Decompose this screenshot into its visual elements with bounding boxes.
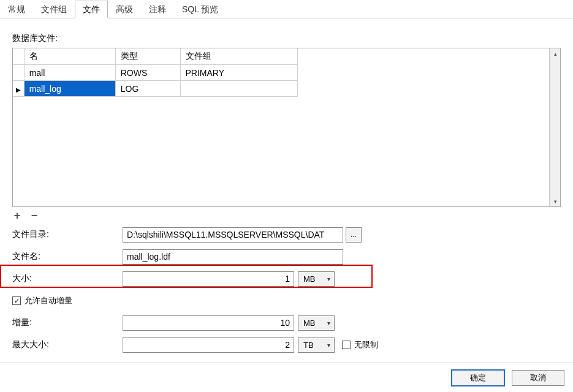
- unlimited-label: 无限制: [354, 339, 378, 350]
- remove-file-button[interactable]: −: [29, 211, 39, 221]
- growth-unit-select[interactable]: MB ▾: [298, 315, 335, 331]
- allow-autogrow-label: 允许自动增量: [25, 295, 72, 306]
- unlimited-checkbox[interactable]: [342, 341, 351, 349]
- maxsize-input[interactable]: [123, 337, 294, 353]
- row-indicator: [13, 65, 24, 81]
- chevron-down-icon: ▾: [327, 276, 330, 282]
- chevron-down-icon: ▾: [327, 320, 330, 326]
- maxsize-label: 最大大小:: [12, 339, 123, 350]
- cell-type[interactable]: LOG: [115, 81, 180, 97]
- tab-advanced[interactable]: 高级: [108, 1, 141, 18]
- allow-autogrow-checkbox[interactable]: ✓: [12, 296, 21, 305]
- file-name-input[interactable]: [123, 249, 343, 265]
- size-label: 大小:: [12, 273, 123, 284]
- scroll-up-icon[interactable]: ▴: [550, 48, 561, 59]
- grid-header-name[interactable]: 名: [24, 48, 115, 65]
- files-grid: 名 类型 文件组 mall ROWS PRIMARY ▶ mall_log LO…: [12, 48, 561, 207]
- grid-header-type[interactable]: 类型: [115, 48, 180, 65]
- cell-group[interactable]: PRIMARY: [180, 65, 297, 81]
- row-indicator: ▶: [13, 81, 24, 97]
- tab-files[interactable]: 文件: [75, 1, 108, 18]
- tab-sqlpreview[interactable]: SQL 预览: [174, 1, 226, 18]
- dialog-button-bar: 确定 取消: [0, 363, 573, 392]
- cell-type[interactable]: ROWS: [115, 65, 180, 81]
- tab-content-files: 数据库文件: 名 类型 文件组 mall ROWS PRIMARY ▶ m: [0, 18, 573, 353]
- db-files-label: 数据库文件:: [12, 33, 561, 44]
- tab-filegroup[interactable]: 文件组: [33, 1, 75, 18]
- tab-general[interactable]: 常规: [0, 1, 33, 18]
- maxsize-unit-value: TB: [303, 341, 314, 350]
- table-row[interactable]: mall ROWS PRIMARY: [13, 65, 298, 81]
- growth-unit-value: MB: [303, 318, 316, 328]
- files-grid-body[interactable]: 名 类型 文件组 mall ROWS PRIMARY ▶ mall_log LO…: [13, 48, 550, 206]
- growth-input[interactable]: [123, 315, 294, 331]
- cell-group[interactable]: [180, 81, 297, 97]
- add-remove-bar: + −: [12, 211, 561, 221]
- file-properties-form: 文件目录: ... 文件名: 大小: MB ▾ ✓ 允许自动增量 增量: MB: [12, 227, 561, 353]
- browse-button[interactable]: ...: [346, 227, 362, 243]
- grid-header-group[interactable]: 文件组: [180, 48, 297, 65]
- grid-scrollbar[interactable]: ▴ ▾: [550, 48, 560, 206]
- cell-name[interactable]: mall_log: [24, 81, 115, 97]
- chevron-down-icon: ▾: [327, 342, 330, 349]
- cancel-button[interactable]: 取消: [512, 370, 564, 386]
- file-dir-label: 文件目录:: [12, 229, 123, 240]
- tab-bar: 常规 文件组 文件 高级 注释 SQL 预览: [0, 0, 573, 18]
- file-name-label: 文件名:: [12, 251, 123, 262]
- size-unit-select[interactable]: MB ▾: [298, 271, 335, 287]
- growth-label: 增量:: [12, 317, 123, 328]
- row-arrow-icon: ▶: [16, 86, 21, 93]
- size-unit-value: MB: [303, 274, 316, 284]
- cell-name[interactable]: mall: [24, 65, 115, 81]
- file-dir-input[interactable]: [123, 227, 343, 243]
- ok-button[interactable]: 确定: [452, 370, 504, 386]
- maxsize-unit-select[interactable]: TB ▾: [298, 337, 335, 353]
- size-input[interactable]: [123, 271, 294, 287]
- scroll-down-icon[interactable]: ▾: [550, 196, 561, 206]
- add-file-button[interactable]: +: [12, 211, 22, 221]
- tab-comment[interactable]: 注释: [141, 1, 174, 18]
- grid-corner: [13, 48, 24, 65]
- table-row[interactable]: ▶ mall_log LOG: [13, 81, 298, 97]
